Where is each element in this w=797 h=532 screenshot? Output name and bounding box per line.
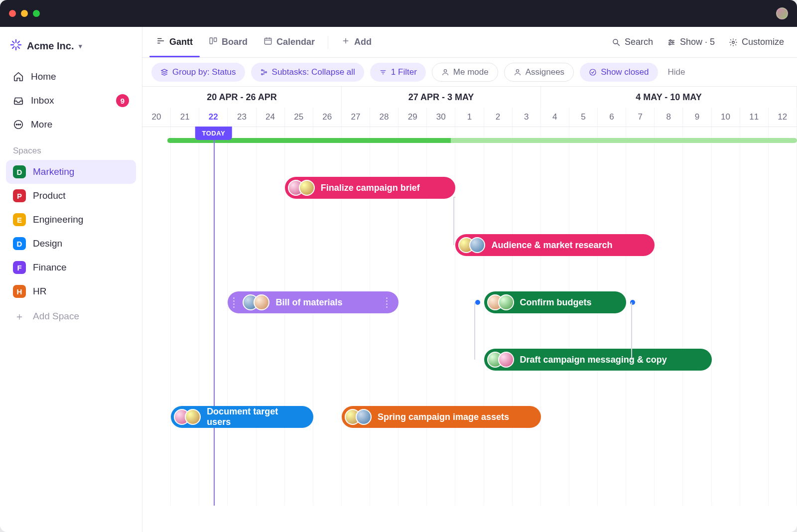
gantt-view: 20 APR - 26 APR27 APR - 3 MAY4 MAY - 10 … xyxy=(142,87,797,532)
nav-more[interactable]: More xyxy=(6,113,136,136)
space-badge-icon: E xyxy=(13,213,26,226)
space-label: Design xyxy=(33,238,62,249)
gantt-task-bar[interactable]: Finalize campaign brief xyxy=(285,177,456,199)
search-button[interactable]: Search xyxy=(606,32,659,52)
app-window: Acme Inc. ▾ Home Inbox 9 More Spaces DMa… xyxy=(0,0,797,532)
gantt-body[interactable]: TODAY Finalize campaign briefAudience & … xyxy=(142,127,797,506)
workspace-switcher[interactable]: Acme Inc. ▾ xyxy=(6,34,136,58)
svg-point-34 xyxy=(265,71,266,73)
assignees-pill[interactable]: Assignees xyxy=(504,63,574,82)
week-header: 4 MAY - 10 MAY xyxy=(541,87,797,108)
day-header: 27 xyxy=(342,108,370,127)
svg-line-6 xyxy=(12,47,14,49)
tab-board[interactable]: Board xyxy=(202,27,255,57)
day-header: 30 xyxy=(427,108,455,127)
avatar xyxy=(498,352,514,368)
tab-label: Gantt xyxy=(169,37,193,47)
svg-rect-15 xyxy=(210,38,212,44)
sidebar-space-hr[interactable]: HHR xyxy=(6,279,136,303)
filter-pill[interactable]: 1 Filter xyxy=(370,63,426,82)
sidebar-space-finance[interactable]: FFinance xyxy=(6,256,136,279)
gantt-task-bar[interactable]: Confirm budgets xyxy=(484,291,627,313)
assignee-avatars xyxy=(288,180,315,196)
svg-line-5 xyxy=(18,47,20,49)
drag-grip-icon[interactable] xyxy=(384,297,390,308)
sidebar-space-engineering[interactable]: EEngineering xyxy=(6,208,136,232)
me-mode-pill[interactable]: Me mode xyxy=(432,63,498,82)
avatar xyxy=(356,409,372,425)
avatar xyxy=(469,237,485,253)
space-label: HR xyxy=(33,286,46,297)
more-icon xyxy=(13,119,24,130)
day-header: 21 xyxy=(171,108,199,127)
pill-label: Me mode xyxy=(453,67,489,77)
pill-label: Show closed xyxy=(601,67,649,77)
view-tabs: Gantt Board Calendar Add S xyxy=(142,27,797,58)
gantt-icon xyxy=(156,36,165,48)
inbox-badge: 9 xyxy=(116,94,129,107)
tab-gantt[interactable]: Gantt xyxy=(149,27,200,57)
drag-grip-icon[interactable] xyxy=(231,297,237,308)
day-header: 2 xyxy=(484,108,513,127)
sidebar: Acme Inc. ▾ Home Inbox 9 More Spaces DMa… xyxy=(0,27,142,532)
progress-bar xyxy=(167,138,797,143)
tab-label: Add xyxy=(354,37,372,47)
day-header: 25 xyxy=(285,108,313,127)
svg-point-9 xyxy=(16,124,17,125)
gantt-task-bar[interactable]: Draft campaign messaging & copy xyxy=(484,349,712,371)
spaces-label: Spaces xyxy=(6,137,136,159)
day-header: 23 xyxy=(228,108,256,127)
subtasks-pill[interactable]: Subtasks: Collapse all xyxy=(251,63,364,82)
avatar xyxy=(254,294,269,310)
gantt-task-bar[interactable]: Bill of materials xyxy=(228,291,398,313)
gantt-task-bar[interactable]: Audience & market research xyxy=(455,234,655,256)
svg-point-23 xyxy=(613,39,618,44)
plus-icon xyxy=(341,36,350,48)
svg-point-11 xyxy=(20,124,21,125)
space-label: Product xyxy=(33,190,65,201)
gantt-task-bar[interactable]: Document target users xyxy=(171,406,313,428)
nav-label: Inbox xyxy=(31,95,54,106)
day-header: 7 xyxy=(626,108,655,127)
assignee-avatars xyxy=(345,409,372,425)
day-header: 22 xyxy=(199,108,228,127)
hide-button[interactable]: Hide xyxy=(668,67,685,77)
tab-add-view[interactable]: Add xyxy=(334,27,379,57)
show-closed-pill[interactable]: Show closed xyxy=(580,63,658,82)
minimize-icon[interactable] xyxy=(21,10,28,17)
maximize-icon[interactable] xyxy=(33,10,40,17)
gantt-header: 20 APR - 26 APR27 APR - 3 MAY4 MAY - 10 … xyxy=(142,87,797,127)
show-button[interactable]: Show · 5 xyxy=(661,32,721,52)
task-label: Spring campaign image assets xyxy=(378,412,509,422)
user-avatar[interactable] xyxy=(776,7,788,19)
nav-inbox[interactable]: Inbox 9 xyxy=(6,89,136,112)
tab-calendar[interactable]: Calendar xyxy=(257,27,322,57)
tab-label: Calendar xyxy=(276,37,315,47)
day-header: 29 xyxy=(398,108,427,127)
nav-home[interactable]: Home xyxy=(6,65,136,88)
week-header: 27 APR - 3 MAY xyxy=(342,87,541,108)
sidebar-space-product[interactable]: PProduct xyxy=(6,184,136,208)
sidebar-space-marketing[interactable]: DMarketing xyxy=(6,160,136,184)
customize-button[interactable]: Customize xyxy=(723,32,790,52)
gantt-task-bar[interactable]: Spring campaign image assets xyxy=(342,406,541,428)
svg-line-7 xyxy=(18,41,20,43)
day-header: 3 xyxy=(513,108,541,127)
pill-label: Group by: Status xyxy=(172,67,236,77)
main-content: Gantt Board Calendar Add S xyxy=(142,27,797,532)
day-header: 10 xyxy=(712,108,740,127)
calendar-icon xyxy=(264,36,272,48)
sidebar-space-design[interactable]: DDesign xyxy=(6,232,136,256)
avatar xyxy=(498,294,514,310)
close-icon[interactable] xyxy=(9,10,16,17)
group-by-pill[interactable]: Group by: Status xyxy=(151,63,245,82)
add-space-label: Add Space xyxy=(33,311,79,322)
add-space-button[interactable]: ＋ Add Space xyxy=(6,304,136,328)
pill-label: Subtasks: Collapse all xyxy=(272,67,355,77)
dependency-handle[interactable] xyxy=(475,300,480,305)
svg-point-31 xyxy=(732,41,735,43)
day-header: 28 xyxy=(370,108,398,127)
day-header: 8 xyxy=(655,108,683,127)
inbox-icon xyxy=(13,95,24,106)
home-icon xyxy=(13,71,24,82)
